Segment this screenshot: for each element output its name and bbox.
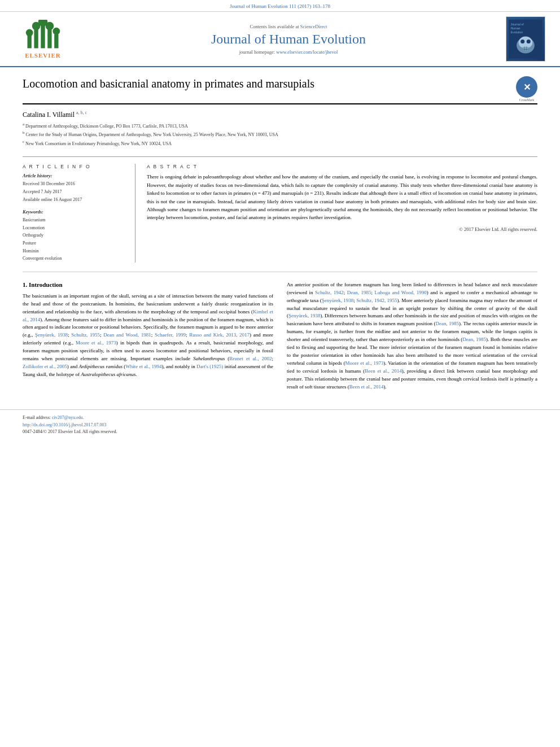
- schultz-ref-1955[interactable]: Schultz, 1955: [71, 332, 100, 338]
- affil-sup-b: b: [23, 130, 25, 135]
- abstract-header: A B S T R A C T: [147, 164, 537, 169]
- keyword-5: Hominin: [23, 247, 127, 255]
- zollikofer-ref[interactable]: Zollikofer et al., 2005: [23, 364, 67, 369]
- affiliation-b: b Center for the Study of Human Origins,…: [23, 130, 537, 138]
- abstract-text: There is ongoing debate in paleoanthropo…: [147, 173, 537, 221]
- svg-text:Journal of: Journal of: [511, 23, 524, 26]
- svg-rect-2: [41, 24, 45, 48]
- luboga-wood-ref[interactable]: Luboga and Wood, 1990: [374, 290, 426, 295]
- senyurek-ref-1938[interactable]: Şenyürek, 1938: [35, 332, 68, 338]
- keyword-4: Posture: [23, 239, 127, 247]
- copyright-line: © 2017 Elsevier Ltd. All rights reserved…: [147, 226, 537, 232]
- email-link[interactable]: civ207@nyu.edu.: [52, 415, 84, 420]
- dean-1985-r2[interactable]: Dean, 1985: [435, 321, 459, 326]
- email-label: E-mail address:: [23, 415, 51, 420]
- author-name: Catalina I. Villamil a, b, c: [23, 110, 537, 119]
- been-2014-ref[interactable]: Been et al., 2014: [365, 368, 401, 374]
- svg-rect-0: [28, 35, 32, 48]
- keyword-6: Convergent evolution: [23, 255, 127, 263]
- introduction-section: 1. Introduction The basicranium is an im…: [23, 281, 537, 396]
- homepage-url[interactable]: www.elsevier.com/locate/jhevol: [276, 49, 338, 55]
- svg-text:Evolution: Evolution: [511, 30, 523, 34]
- homepage-label: journal homepage:: [239, 49, 275, 55]
- dean-1985-r3[interactable]: Dean, 1985: [462, 337, 486, 342]
- journal-cover-image: Journal of Human Evolution: [506, 16, 545, 62]
- affiliations: a Department of Anthropology, Dickinson …: [23, 121, 537, 147]
- dean-wood-ref[interactable]: Dean and Wood, 1981: [103, 332, 151, 338]
- intro-left-text: The basicranium is an important region o…: [23, 292, 273, 379]
- title-section: Locomotion and basicranial anatomy in pr…: [23, 76, 537, 104]
- svg-text:Human: Human: [511, 27, 520, 30]
- been-2014-r2[interactable]: Been et al., 2014: [349, 384, 384, 390]
- elsevier-wordmark: ELSEVIER: [25, 52, 61, 59]
- keyword-2: Locomotion: [23, 224, 127, 232]
- moore-ref[interactable]: Moore et al., 1973: [76, 340, 116, 346]
- intro-title: Introduction: [29, 281, 63, 288]
- keyword-3: Orthogrady: [23, 231, 127, 239]
- author-sup: a, b, c: [76, 110, 87, 115]
- affil-text-a: Department of Anthropology, Dickinson Co…: [25, 124, 188, 129]
- author-name-text: Catalina I. Villamil: [23, 111, 75, 119]
- journal-title: Journal of Human Evolution: [77, 32, 500, 47]
- history-label: Article history:: [23, 173, 127, 178]
- svg-rect-18: [523, 46, 529, 50]
- elsevier-tree-icon: [23, 20, 63, 51]
- affil-text-c: New York Consortium in Evolutionary Prim…: [25, 141, 172, 146]
- journal-cover-svg: Journal of Human Evolution: [509, 17, 542, 61]
- article-title: Locomotion and basicranial anatomy in pr…: [23, 76, 509, 91]
- dart-ref[interactable]: Dart's (1925): [196, 364, 223, 369]
- intro-number: 1.: [23, 281, 27, 288]
- brunet-ref[interactable]: Brunet et al., 2002: [229, 356, 272, 361]
- svg-point-17: [527, 40, 531, 43]
- schultz-1942-ref[interactable]: Schultz, 1942: [315, 290, 344, 295]
- accepted-date: Accepted 7 July 2017: [23, 188, 127, 196]
- white-ref[interactable]: White et al., 1994: [125, 364, 161, 369]
- crossmark-badge: ✕ CrossMark: [516, 76, 537, 98]
- svg-point-8: [46, 21, 54, 30]
- affiliation-c: c New York Consortium in Evolutionary Pr…: [23, 139, 537, 147]
- author-section: Catalina I. Villamil a, b, c a Departmen…: [23, 110, 537, 147]
- affiliation-a: a Department of Anthropology, Dickinson …: [23, 121, 537, 130]
- email-line: E-mail address: civ207@nyu.edu.: [23, 414, 537, 422]
- svg-rect-4: [54, 34, 58, 48]
- dean-1985-ref[interactable]: Dean, 1985: [347, 290, 371, 295]
- svg-point-5: [26, 29, 33, 36]
- article-info-header: A R T I C L E I N F O: [23, 164, 127, 169]
- intro-left-column: 1. Introduction The basicranium is an im…: [23, 281, 273, 396]
- doi-link[interactable]: http://dx.doi.org/10.1016/j.jhevol.2017.…: [23, 422, 107, 427]
- svg-point-16: [520, 40, 524, 43]
- science-direct-link[interactable]: ScienceDirect: [300, 24, 327, 29]
- header-center: Contents lists available at ScienceDirec…: [77, 24, 500, 55]
- footer: E-mail address: civ207@nyu.edu. http://d…: [0, 409, 560, 440]
- schultz-1942-1955-ref[interactable]: Schultz, 1942, 1955: [356, 298, 397, 303]
- article-info-column: A R T I C L E I N F O Article history: R…: [23, 164, 135, 262]
- contents-label: Contents lists available at: [250, 24, 299, 29]
- journal-reference: Journal of Human Evolution 111 (2017) 16…: [230, 3, 330, 9]
- keywords-label: Keywords:: [23, 209, 127, 215]
- intro-right-column: An anterior position of the foramen magn…: [287, 281, 537, 396]
- russo-kirk-ref[interactable]: Russo and Kirk, 2013, 2017: [189, 332, 250, 338]
- elsevier-logo-area: ELSEVIER: [9, 20, 77, 59]
- issn-line: 0047-2484/© 2017 Elsevier Ltd. All right…: [23, 429, 537, 436]
- header: ELSEVIER Contents lists available at Sci…: [0, 12, 560, 67]
- article-dates: Received 30 December 2016 Accepted 7 Jul…: [23, 180, 127, 203]
- senyurek-1938-r2[interactable]: Şenyürek, 1938: [322, 298, 354, 303]
- available-date: Available online 16 August 2017: [23, 196, 127, 204]
- moore-1973-r2[interactable]: Moore et al., 1973: [345, 360, 384, 366]
- intro-right-text: An anterior position of the foramen magn…: [287, 281, 537, 391]
- keyword-1: Basicranium: [23, 216, 127, 224]
- svg-point-9: [53, 27, 60, 34]
- crossmark-icon: ✕: [516, 76, 537, 98]
- kimbel-ref[interactable]: Kimbel et al., 2014: [23, 309, 273, 322]
- info-abstract-section: A R T I C L E I N F O Article history: R…: [23, 156, 537, 262]
- svg-rect-1: [34, 29, 38, 48]
- senyurek-1938-r3[interactable]: Şenyürek, 1938: [288, 313, 321, 318]
- homepage-line: journal homepage: www.elsevier.com/locat…: [77, 49, 500, 55]
- elsevier-logo: ELSEVIER: [23, 20, 63, 59]
- article-content: Locomotion and basicranial anatomy in pr…: [0, 67, 560, 405]
- intro-section-title: 1. Introduction: [23, 281, 273, 288]
- received-date: Received 30 December 2016: [23, 180, 127, 188]
- schaefer-ref[interactable]: Schaefer, 1999: [155, 332, 186, 338]
- top-bar: Journal of Human Evolution 111 (2017) 16…: [0, 0, 560, 12]
- keywords-list: Basicranium Locomotion Orthogrady Postur…: [23, 216, 127, 263]
